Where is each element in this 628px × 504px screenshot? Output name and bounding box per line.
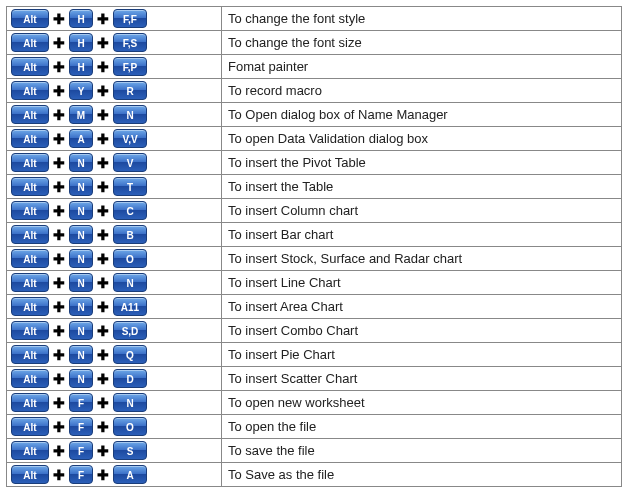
key-cap: Alt <box>11 177 49 196</box>
plus-icon: ✚ <box>93 323 113 339</box>
plus-icon: ✚ <box>93 59 113 75</box>
plus-icon: ✚ <box>49 275 69 291</box>
shortcut-table: Alt✚H✚F,FTo change the font styleAlt✚H✚F… <box>6 6 622 487</box>
plus-icon: ✚ <box>49 371 69 387</box>
shortcut-description: To open Data Validation dialog box <box>222 127 622 151</box>
key-cap: B <box>113 225 147 244</box>
key-cap: Alt <box>11 249 49 268</box>
key-cap: Alt <box>11 345 49 364</box>
key-cap: Alt <box>11 273 49 292</box>
key-cap: Q <box>113 345 147 364</box>
plus-icon: ✚ <box>49 179 69 195</box>
table-row: Alt✚H✚F,STo change the font size <box>7 31 622 55</box>
shortcut-description: To insert Pie Chart <box>222 343 622 367</box>
shortcut-keys-cell: Alt✚F✚A <box>7 463 222 487</box>
shortcut-description: To insert the Pivot Table <box>222 151 622 175</box>
key-cap: N <box>113 393 147 412</box>
shortcut-description: To open new worksheet <box>222 391 622 415</box>
key-cap: O <box>113 249 147 268</box>
key-cap: A <box>69 129 93 148</box>
shortcut-keys-cell: Alt✚F✚N <box>7 391 222 415</box>
table-row: Alt✚Y✚RTo record macro <box>7 79 622 103</box>
plus-icon: ✚ <box>49 251 69 267</box>
table-row: Alt✚N✚VTo insert the Pivot Table <box>7 151 622 175</box>
shortcut-description: To Save as the file <box>222 463 622 487</box>
key-cap: V,V <box>113 129 147 148</box>
shortcut-description: To Open dialog box of Name Manager <box>222 103 622 127</box>
key-cap: N <box>69 201 93 220</box>
table-row: Alt✚M✚NTo Open dialog box of Name Manage… <box>7 103 622 127</box>
plus-icon: ✚ <box>49 35 69 51</box>
table-row: Alt✚H✚F,FTo change the font style <box>7 7 622 31</box>
key-cap: R <box>113 81 147 100</box>
plus-icon: ✚ <box>49 395 69 411</box>
key-cap: Alt <box>11 105 49 124</box>
plus-icon: ✚ <box>93 443 113 459</box>
table-row: Alt✚F✚NTo open new worksheet <box>7 391 622 415</box>
key-cap: F <box>69 465 93 484</box>
table-row: Alt✚N✚OTo insert Stock, Surface and Rada… <box>7 247 622 271</box>
plus-icon: ✚ <box>93 131 113 147</box>
plus-icon: ✚ <box>93 227 113 243</box>
plus-icon: ✚ <box>49 155 69 171</box>
shortcut-description: To open the file <box>222 415 622 439</box>
shortcut-keys-cell: Alt✚F✚S <box>7 439 222 463</box>
plus-icon: ✚ <box>49 419 69 435</box>
plus-icon: ✚ <box>49 443 69 459</box>
key-cap: N <box>69 273 93 292</box>
shortcut-description: To insert Stock, Surface and Radar chart <box>222 247 622 271</box>
plus-icon: ✚ <box>93 299 113 315</box>
plus-icon: ✚ <box>93 419 113 435</box>
plus-icon: ✚ <box>49 227 69 243</box>
key-cap: Alt <box>11 9 49 28</box>
key-cap: S <box>113 441 147 460</box>
table-row: Alt✚N✚BTo insert Bar chart <box>7 223 622 247</box>
table-row: Alt✚A✚V,VTo open Data Validation dialog … <box>7 127 622 151</box>
key-cap: Alt <box>11 369 49 388</box>
table-row: Alt✚F✚STo save the file <box>7 439 622 463</box>
shortcut-keys-cell: Alt✚N✚V <box>7 151 222 175</box>
shortcut-keys-cell: Alt✚N✚D <box>7 367 222 391</box>
shortcut-description: To insert Bar chart <box>222 223 622 247</box>
plus-icon: ✚ <box>93 155 113 171</box>
shortcut-keys-cell: Alt✚N✚A11 <box>7 295 222 319</box>
key-cap: Alt <box>11 129 49 148</box>
table-row: Alt✚N✚NTo insert Line Chart <box>7 271 622 295</box>
shortcut-description: Fomat painter <box>222 55 622 79</box>
plus-icon: ✚ <box>49 107 69 123</box>
plus-icon: ✚ <box>49 323 69 339</box>
shortcut-keys-cell: Alt✚H✚F,S <box>7 31 222 55</box>
key-cap: Y <box>69 81 93 100</box>
key-cap: M <box>69 105 93 124</box>
plus-icon: ✚ <box>49 467 69 483</box>
plus-icon: ✚ <box>93 371 113 387</box>
key-cap: N <box>69 153 93 172</box>
key-cap: F <box>69 417 93 436</box>
key-cap: N <box>69 297 93 316</box>
table-row: Alt✚N✚A11To insert Area Chart <box>7 295 622 319</box>
plus-icon: ✚ <box>93 83 113 99</box>
table-row: Alt✚N✚TTo insert the Table <box>7 175 622 199</box>
key-cap: N <box>69 177 93 196</box>
plus-icon: ✚ <box>93 35 113 51</box>
plus-icon: ✚ <box>93 11 113 27</box>
shortcut-description: To insert Line Chart <box>222 271 622 295</box>
shortcut-description: To insert Area Chart <box>222 295 622 319</box>
shortcut-keys-cell: Alt✚M✚N <box>7 103 222 127</box>
plus-icon: ✚ <box>49 299 69 315</box>
key-cap: Alt <box>11 441 49 460</box>
plus-icon: ✚ <box>49 131 69 147</box>
shortcut-keys-cell: Alt✚Y✚R <box>7 79 222 103</box>
shortcut-keys-cell: Alt✚N✚C <box>7 199 222 223</box>
plus-icon: ✚ <box>93 467 113 483</box>
plus-icon: ✚ <box>93 275 113 291</box>
shortcut-description: To record macro <box>222 79 622 103</box>
key-cap: Alt <box>11 225 49 244</box>
plus-icon: ✚ <box>93 203 113 219</box>
key-cap: A11 <box>113 297 147 316</box>
key-cap: A <box>113 465 147 484</box>
key-cap: Alt <box>11 321 49 340</box>
key-cap: F,P <box>113 57 147 76</box>
key-cap: Alt <box>11 33 49 52</box>
shortcut-keys-cell: Alt✚F✚O <box>7 415 222 439</box>
